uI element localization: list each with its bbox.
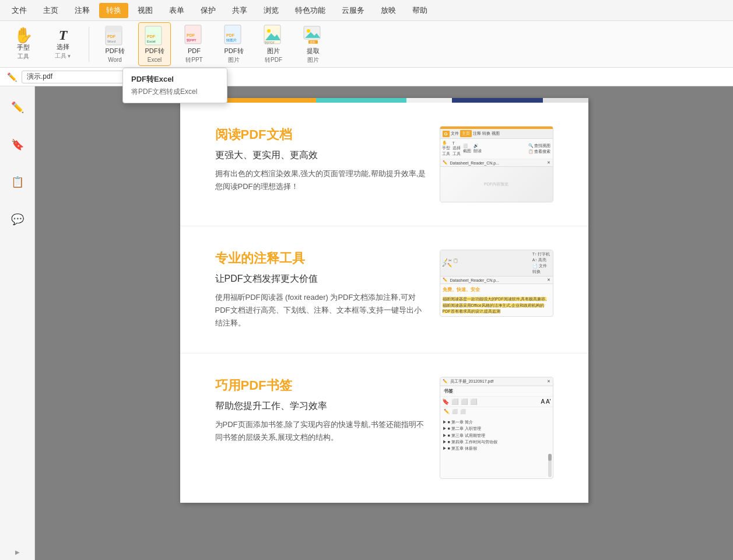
preview-bookmark: ✏️ 员工手册_20120917.pdf ✕ 书签 🔖 ⬜ ⬜ ⬜ A A' xyxy=(440,377,553,479)
address-bar: ✏️ xyxy=(0,68,733,86)
preview3-toolbar-icons: 🔖 ⬜ ⬜ ⬜ A A' xyxy=(440,397,553,407)
pdf-to-excel-button[interactable]: PDF Excel PDF转 Excel xyxy=(138,22,171,65)
svg-text:转PPT: 转PPT xyxy=(187,38,197,42)
pdf-image-svg: PDF 转图片 xyxy=(223,24,244,45)
sidebar-edit-btn[interactable]: ✏️ xyxy=(3,93,31,121)
menu-convert[interactable]: 转换 xyxy=(99,3,128,18)
extract-image-button[interactable]: 提取 提取 图片 xyxy=(297,22,329,66)
pdf-word-icon: PDF Word xyxy=(104,25,125,46)
svg-text:转PDF: 转PDF xyxy=(265,41,275,44)
preview2-badge: 免费、快速、安全 xyxy=(440,284,553,295)
pdf-ppt-icon: PDF 转PPT xyxy=(184,24,205,46)
color-teal xyxy=(316,98,407,103)
preview3-filename: 员工手册_20120917.pdf xyxy=(450,379,494,384)
read-subtitle: 更强大、更实用、更高效 xyxy=(215,149,428,162)
menu-view[interactable]: 视图 xyxy=(131,3,160,18)
menu-protect[interactable]: 保护 xyxy=(194,3,223,18)
extract-label: 提取 xyxy=(307,47,320,55)
pdf-ppt-label: PDF xyxy=(188,47,201,55)
preview3-filename-bar: ✏️ 员工手册_20120917.pdf ✕ xyxy=(440,377,553,386)
bm-sidebar-icon2: ⬜ xyxy=(452,409,458,414)
section-annotate-inner: 专业的注释工具 让PDF文档发挥更大价值 使用福昕PDF阅读器 (foxit r… xyxy=(215,250,553,330)
menu-home[interactable]: 主页 xyxy=(36,3,65,18)
section-bookmark-text: 巧用PDF书签 帮助您提升工作、学习效率 为PDF页面添加书签,除了实现内容的快… xyxy=(215,377,428,444)
preview2-close-icon: ✕ xyxy=(547,278,550,282)
color-light xyxy=(406,98,452,103)
preview-read-content: PDF内容预览 xyxy=(440,167,553,202)
main-layout: ✏️ 🔖 📋 💬 ▶ 阅读PDF文档 更强大、更实用、更高效 xyxy=(0,86,733,560)
preview-home-menu: 主页 xyxy=(460,130,472,137)
annotate-title: 专业的注释工具 xyxy=(215,250,428,267)
preview2-highlight: 福昕阅读器是一款功能强大的PDF阅读软件,具有极高兼容,福昕阅读器采用Offic… xyxy=(443,297,547,313)
select-dropdown[interactable]: 工具 ▼ xyxy=(55,52,72,60)
image-to-pdf-button[interactable]: 转PDF 图片 转PDF xyxy=(257,22,290,66)
preview-find: 🔍 查找视图📋 查看搜索 xyxy=(528,143,551,155)
pdf-word-label: PDF转 xyxy=(106,47,125,55)
hand-tool-sublabel: 工具 xyxy=(17,52,29,61)
annotate-body: 使用福昕PDF阅读器 (foxit reader) 为PDF文档添加注释,可对P… xyxy=(215,291,428,330)
preview3-scrollbar-thumb xyxy=(548,454,552,461)
preview-close-icon: ✕ xyxy=(547,160,550,165)
bm-icon3: ⬜ xyxy=(461,398,468,405)
pdf-to-image-button[interactable]: PDF 转图片 PDF转 图片 xyxy=(218,22,250,66)
svg-text:PDF: PDF xyxy=(187,33,195,37)
sidebar-collapse-arrow[interactable]: ▶ xyxy=(15,549,20,555)
preview2-pencil-icon: ✏️ xyxy=(443,278,448,282)
preview3-pencil-icon: ✏️ xyxy=(443,379,448,384)
bm-icons-right: A A' xyxy=(541,398,551,405)
svg-text:PDF: PDF xyxy=(107,34,116,38)
preview-select-tool: T选择工具 xyxy=(453,141,461,157)
sidebar-bookmark-btn[interactable]: 🔖 xyxy=(3,131,31,159)
menu-cloud[interactable]: 云服务 xyxy=(335,3,371,18)
extract-image-svg: 提取 xyxy=(303,24,324,45)
menu-browse[interactable]: 浏览 xyxy=(257,3,286,18)
menu-help[interactable]: 帮助 xyxy=(405,3,434,18)
pdf-section-bookmark: 巧用PDF书签 帮助您提升工作、学习效率 为PDF页面添加书签,除了实现内容的快… xyxy=(180,354,588,503)
menu-annotate[interactable]: 注释 xyxy=(68,3,97,18)
svg-rect-1 xyxy=(106,26,122,32)
menu-share[interactable]: 共享 xyxy=(225,3,254,18)
svg-text:Word: Word xyxy=(107,40,115,43)
menu-present[interactable]: 放映 xyxy=(374,3,403,18)
pdf-to-ppt-button[interactable]: PDF 转PPT PDF 转PPT xyxy=(178,22,211,66)
extract-image-icon: 提取 xyxy=(303,24,324,46)
preview-toolbar: G 文件 主页 注释 转换 视图 xyxy=(440,129,553,139)
pdf-image-sub: 图片 xyxy=(228,56,240,64)
menu-form[interactable]: 表单 xyxy=(162,3,191,18)
preview-read-aloud: 🔊朗读 xyxy=(474,144,482,154)
sidebar-pages-btn[interactable]: 📋 xyxy=(3,168,31,196)
preview-right-tools: 🔍 查找视图📋 查看搜索 xyxy=(528,143,551,155)
pdf-word-sub: Word xyxy=(108,57,122,63)
read-title: 阅读PDF文档 xyxy=(215,126,428,144)
menu-features[interactable]: 特色功能 xyxy=(288,3,332,18)
svg-text:Excel: Excel xyxy=(147,40,156,43)
preview-file-menu: 文件 xyxy=(451,131,459,136)
section-read-text: 阅读PDF文档 更强大、更实用、更高效 拥有出色的文档渲染效果,强大的页面管理功… xyxy=(215,126,428,193)
pdf-ppt-svg: PDF 转PPT xyxy=(184,24,205,45)
select-tool-button[interactable]: T 选择 工具 ▼ xyxy=(47,26,79,63)
section-bookmark-inner: 巧用PDF书签 帮助您提升工作、学习效率 为PDF页面添加书签,除了实现内容的快… xyxy=(215,377,553,479)
pdf-image-label: PDF转 xyxy=(225,47,244,55)
bm-item-1: ▶ ■ 第一章 简介 xyxy=(443,419,550,425)
select-tool-label: 选择 xyxy=(57,43,69,51)
bm-item-3: ▶ ■ 第三章 试用期管理 xyxy=(443,432,550,439)
sidebar-comment-btn[interactable]: 💬 xyxy=(3,205,31,233)
svg-text:PDF: PDF xyxy=(147,34,156,38)
pdf-image-icon: PDF 转图片 xyxy=(223,24,244,46)
preview-screenshot: ⬜截图 xyxy=(463,144,471,154)
preview2-right: T↑ 打字机A↑ 高亮📄 文件转换 xyxy=(532,251,550,275)
menu-file[interactable]: 文件 xyxy=(5,3,34,18)
svg-point-18 xyxy=(307,29,310,33)
preview3-sidebar-row: ✏️ ⬜ ⬜ xyxy=(440,407,553,418)
hand-tool-button[interactable]: ✋ 手型 工具 xyxy=(7,25,40,63)
pdf-excel-icon: PDF Excel xyxy=(144,25,165,46)
preview3-scrollbar-track xyxy=(548,454,552,477)
preview3-sidebar-icons: ✏️ ⬜ ⬜ xyxy=(444,409,549,414)
tooltip-desc: 将PDF文档转成Excel xyxy=(131,87,219,97)
menu-bar: 文件 主页 注释 转换 视图 表单 保护 共享 浏览 特色功能 云服务 放映 帮… xyxy=(0,0,733,21)
pdf-color-bar xyxy=(180,98,588,103)
image-pdf-icon: 转PDF xyxy=(263,24,284,46)
pdf-to-word-button[interactable]: PDF Word PDF转 Word xyxy=(99,23,131,65)
preview3-bookmark-tree: ▶ ■ 第一章 简介 ▶ ■ 第二章 入职管理 ▶ ■ 第三章 试用期管理 ▶ … xyxy=(440,418,553,453)
pdf-section-read: 阅读PDF文档 更强大、更实用、更高效 拥有出色的文档渲染效果,强大的页面管理功… xyxy=(180,103,588,226)
